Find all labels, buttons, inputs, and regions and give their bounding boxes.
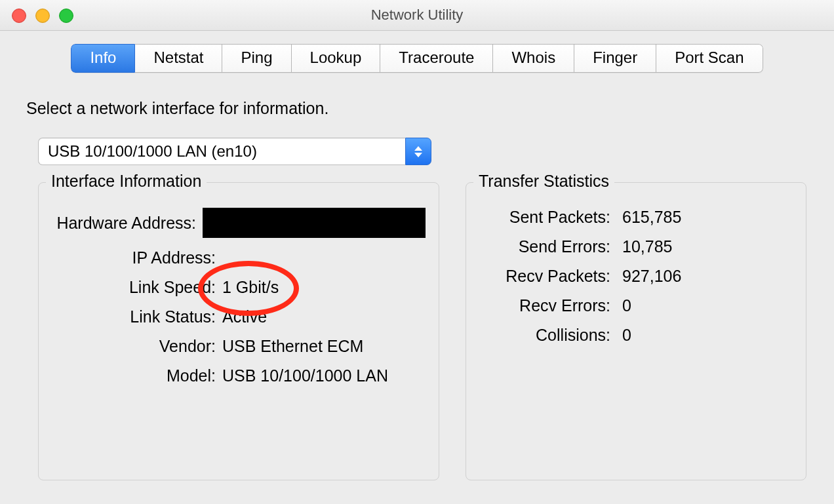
tab-lookup[interactable]: Lookup bbox=[292, 44, 381, 73]
hardware-address-label: Hardware Address: bbox=[52, 214, 203, 233]
link-speed-value: 1 Gbit/s bbox=[222, 278, 426, 297]
model-value: USB 10/100/1000 LAN bbox=[222, 366, 426, 385]
window-title: Network Utility bbox=[371, 7, 464, 24]
row-hardware-address: Hardware Address: bbox=[52, 208, 426, 238]
transfer-statistics-title: Transfer Statistics bbox=[473, 172, 614, 191]
sent-packets-label: Sent Packets: bbox=[479, 208, 617, 227]
hardware-address-redacted bbox=[203, 208, 426, 238]
send-errors-label: Send Errors: bbox=[479, 237, 617, 256]
recv-errors-value: 0 bbox=[617, 296, 793, 315]
row-sent-packets: Sent Packets: 615,785 bbox=[479, 208, 793, 227]
chevron-up-icon bbox=[414, 146, 422, 151]
tab-whois[interactable]: Whois bbox=[493, 44, 574, 73]
recv-packets-label: Recv Packets: bbox=[479, 267, 617, 286]
tab-ping[interactable]: Ping bbox=[222, 44, 291, 73]
interface-information-title: Interface Information bbox=[46, 172, 207, 191]
close-window-button[interactable] bbox=[12, 9, 26, 23]
interface-select-stepper[interactable] bbox=[405, 138, 431, 165]
interface-information-group: Interface Information Hardware Address: … bbox=[38, 182, 439, 480]
row-send-errors: Send Errors: 10,785 bbox=[479, 237, 793, 256]
link-status-value: Active bbox=[222, 307, 426, 326]
vendor-label: Vendor: bbox=[52, 337, 222, 356]
window-controls bbox=[12, 9, 73, 23]
recv-errors-label: Recv Errors: bbox=[479, 296, 617, 315]
row-vendor: Vendor: USB Ethernet ECM bbox=[52, 337, 426, 356]
send-errors-value: 10,785 bbox=[617, 237, 793, 256]
prompt-text: Select a network interface for informati… bbox=[26, 99, 808, 118]
row-link-status: Link Status: Active bbox=[52, 307, 426, 326]
zoom-window-button[interactable] bbox=[59, 9, 73, 23]
row-ip-address: IP Address: bbox=[52, 248, 426, 267]
minimize-window-button[interactable] bbox=[35, 9, 50, 23]
chevron-down-icon bbox=[414, 153, 422, 157]
sent-packets-value: 615,785 bbox=[617, 208, 793, 227]
ip-address-label: IP Address: bbox=[52, 248, 222, 267]
interface-select[interactable]: USB 10/100/1000 LAN (en10) bbox=[38, 138, 431, 165]
tab-finger[interactable]: Finger bbox=[574, 44, 656, 73]
title-bar: Network Utility bbox=[0, 0, 834, 31]
row-recv-packets: Recv Packets: 927,106 bbox=[479, 267, 793, 286]
content-area: Select a network interface for informati… bbox=[0, 73, 834, 480]
row-recv-errors: Recv Errors: 0 bbox=[479, 296, 793, 315]
collisions-value: 0 bbox=[617, 326, 793, 345]
tab-bar: Info Netstat Ping Lookup Traceroute Whoi… bbox=[0, 31, 834, 73]
tab-netstat[interactable]: Netstat bbox=[135, 44, 222, 73]
interface-select-value: USB 10/100/1000 LAN (en10) bbox=[38, 138, 405, 165]
recv-packets-value: 927,106 bbox=[617, 267, 793, 286]
row-link-speed: Link Speed: 1 Gbit/s bbox=[52, 278, 426, 297]
collisions-label: Collisions: bbox=[479, 326, 617, 345]
vendor-value: USB Ethernet ECM bbox=[222, 337, 426, 356]
model-label: Model: bbox=[52, 366, 222, 385]
row-model: Model: USB 10/100/1000 LAN bbox=[52, 366, 426, 385]
tab-port-scan[interactable]: Port Scan bbox=[656, 44, 763, 73]
link-speed-label: Link Speed: bbox=[52, 278, 222, 297]
tab-info[interactable]: Info bbox=[71, 44, 135, 73]
transfer-statistics-group: Transfer Statistics Sent Packets: 615,78… bbox=[466, 182, 806, 480]
row-collisions: Collisions: 0 bbox=[479, 326, 793, 345]
link-status-label: Link Status: bbox=[52, 307, 222, 326]
tab-traceroute[interactable]: Traceroute bbox=[380, 44, 493, 73]
